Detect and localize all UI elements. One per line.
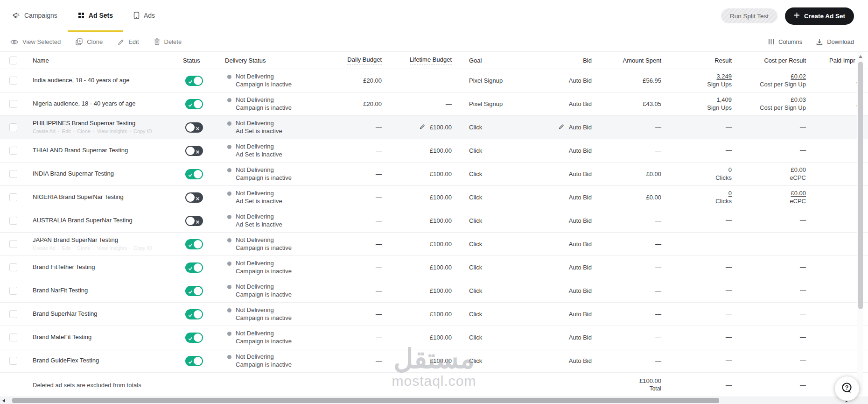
clone-button[interactable]: Clone — [76, 38, 103, 45]
cost-per-result-value[interactable]: — — [733, 333, 806, 341]
run-split-test-button[interactable]: Run Split Test — [721, 8, 777, 23]
status-toggle[interactable] — [185, 333, 203, 343]
tab-campaigns[interactable]: Campaigns — [2, 0, 68, 32]
row-action-clone[interactable]: Clone — [77, 245, 91, 251]
edit-lifetime-budget-icon[interactable] — [420, 124, 425, 131]
row-checkbox[interactable] — [9, 170, 17, 178]
row-checkbox[interactable] — [9, 147, 17, 155]
download-button[interactable]: Download — [816, 38, 854, 45]
status-toggle[interactable] — [185, 99, 203, 109]
result-value[interactable]: — — [663, 147, 732, 155]
column-header-lifetime-budget[interactable]: Lifetime Budget — [383, 56, 453, 64]
status-toggle[interactable] — [185, 169, 203, 179]
ad-set-name[interactable]: AUSTRALIA Brand SuperNar Testing — [33, 217, 182, 224]
cost-per-result-value[interactable]: £0.03 — [733, 96, 806, 104]
status-toggle[interactable] — [185, 146, 203, 156]
result-value[interactable]: — — [663, 333, 732, 341]
ad-set-name[interactable]: India audience, 18 - 40 years of age — [33, 77, 182, 84]
horizontal-scrollbar[interactable] — [0, 397, 868, 404]
result-value[interactable]: — — [663, 217, 732, 225]
tab-ads[interactable]: Ads — [123, 0, 165, 32]
row-action-copy-id[interactable]: Copy ID — [133, 245, 152, 251]
ad-set-name[interactable]: Brand NarFit Testing — [33, 287, 182, 294]
cost-per-result-value[interactable]: £0.00 — [733, 190, 806, 198]
result-value[interactable]: 1,409 — [663, 96, 732, 104]
result-value[interactable]: — — [663, 240, 732, 248]
column-header-bid[interactable]: Bid — [546, 57, 595, 64]
columns-button[interactable]: Columns — [768, 38, 802, 45]
row-checkbox[interactable] — [9, 287, 17, 295]
ad-set-name[interactable]: PHILIPPINES Brand Supernar Testing — [33, 120, 182, 127]
result-value[interactable]: 0 — [663, 166, 732, 174]
result-value[interactable]: — — [663, 263, 732, 271]
cost-per-result-value[interactable]: — — [733, 240, 806, 248]
row-action-clone[interactable]: Clone — [77, 128, 91, 134]
result-value[interactable]: — — [663, 310, 732, 318]
row-checkbox[interactable] — [9, 357, 17, 365]
column-header-daily-budget[interactable]: Daily Budget — [327, 56, 383, 64]
result-value[interactable]: 3,249 — [663, 73, 732, 81]
row-checkbox[interactable] — [9, 100, 17, 108]
select-all-checkbox[interactable] — [9, 57, 17, 64]
result-value[interactable]: — — [663, 357, 732, 365]
ad-set-name[interactable]: Brand MateFit Testing — [33, 333, 182, 341]
cost-per-result-value[interactable]: — — [733, 217, 806, 225]
cost-per-result-value[interactable]: — — [733, 357, 806, 365]
status-toggle[interactable] — [185, 216, 203, 226]
ad-set-name[interactable]: INDIA Brand Supernar Testing- — [33, 170, 182, 177]
status-toggle[interactable] — [185, 286, 203, 296]
row-action-create-ad[interactable]: Create Ad — [33, 245, 56, 251]
cost-per-result-value[interactable]: £0.02 — [733, 73, 806, 81]
result-value[interactable]: — — [663, 123, 732, 131]
row-action-edit[interactable]: Edit — [62, 245, 71, 251]
cost-per-result-value[interactable]: — — [733, 147, 806, 155]
edit-button[interactable]: Edit — [118, 38, 139, 45]
row-checkbox[interactable] — [9, 193, 17, 201]
cost-per-result-value[interactable]: — — [733, 123, 806, 131]
delete-button[interactable]: Delete — [154, 38, 182, 45]
help-button[interactable]: ? — [835, 376, 859, 401]
row-checkbox[interactable] — [9, 310, 17, 318]
create-ad-set-button[interactable]: Create Ad Set — [785, 7, 854, 25]
status-toggle[interactable] — [185, 122, 203, 133]
status-toggle[interactable] — [185, 262, 203, 273]
column-header-result[interactable]: Result — [663, 57, 733, 64]
ad-set-name[interactable]: Brand GuideFlex Testing — [33, 357, 182, 364]
vertical-scrollbar-thumb[interactable] — [858, 62, 863, 309]
status-toggle[interactable] — [185, 356, 203, 366]
column-header-status[interactable]: Status — [182, 57, 224, 64]
ad-set-name[interactable]: NIGERIA Brand SuperNar Testing — [33, 193, 182, 201]
status-toggle[interactable] — [185, 309, 203, 319]
status-toggle[interactable] — [185, 239, 203, 249]
scroll-up-arrow-icon[interactable] — [859, 55, 862, 58]
ad-set-name[interactable]: Brand FitTether Testing — [33, 263, 182, 271]
row-action-copy-id[interactable]: Copy ID — [133, 128, 152, 134]
result-value[interactable]: 0 — [663, 190, 732, 198]
row-checkbox[interactable] — [9, 217, 17, 225]
column-header-delivery-status[interactable]: Delivery Status — [224, 57, 327, 64]
row-action-view-insights[interactable]: View Insights — [97, 245, 127, 251]
scroll-left-arrow-icon[interactable] — [2, 399, 5, 403]
row-checkbox[interactable] — [9, 77, 17, 85]
ad-set-name[interactable]: Nigeria audience, 18 - 40 years of age — [33, 100, 182, 107]
row-checkbox[interactable] — [9, 240, 17, 248]
column-header-amount-spent[interactable]: Amount Spent — [595, 57, 663, 64]
edit-bid-icon[interactable] — [559, 124, 564, 131]
row-action-edit[interactable]: Edit — [62, 128, 71, 134]
cost-per-result-value[interactable]: — — [733, 263, 806, 271]
row-checkbox[interactable] — [9, 263, 17, 271]
cost-per-result-value[interactable]: — — [733, 310, 806, 318]
ad-set-name[interactable]: Brand SuperNar Testing — [33, 310, 182, 318]
column-header-goal[interactable]: Goal — [453, 57, 546, 64]
status-toggle[interactable] — [185, 76, 203, 86]
vertical-scrollbar[interactable] — [857, 52, 863, 395]
row-action-view-insights[interactable]: View Insights — [97, 128, 127, 134]
ad-set-name[interactable]: JAPAN Brand SuperNar Testing — [33, 236, 182, 244]
cost-per-result-value[interactable]: £0.00 — [733, 166, 806, 174]
result-value[interactable]: — — [663, 287, 732, 295]
row-action-create-ad[interactable]: Create Ad — [33, 128, 56, 134]
row-checkbox[interactable] — [9, 333, 17, 341]
column-header-name[interactable]: Name — [26, 57, 182, 64]
view-selected-button[interactable]: View Selected — [10, 38, 61, 45]
horizontal-scrollbar-thumb[interactable] — [12, 398, 719, 403]
